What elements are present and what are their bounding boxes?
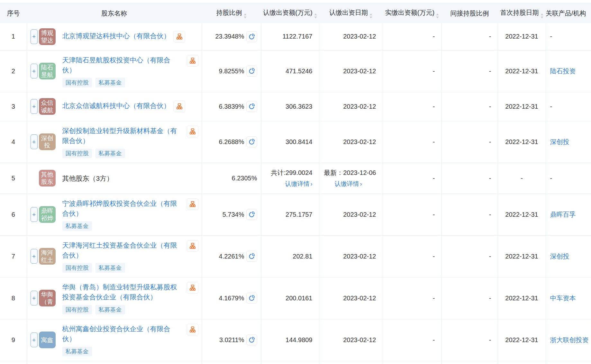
pie-chart-icon[interactable]: [246, 101, 257, 112]
expand-button[interactable]: +: [31, 332, 38, 347]
serial-number: 6: [12, 211, 15, 218]
expand-button[interactable]: +: [31, 207, 38, 222]
table-body: 1+博观望达北京博观望达科技中心（有限合伙）23.3948%1122.71672…: [0, 23, 591, 364]
related-product-link[interactable]: 中车资本: [550, 294, 576, 303]
expand-button[interactable]: +: [31, 291, 38, 305]
related-product-link[interactable]: 陆石投资: [550, 67, 576, 76]
shareholder-name-link[interactable]: 天津海河红土投资基金合伙企业（有限合伙）: [62, 240, 184, 260]
table-row: 6+鼎晖祁烨宁波鼎晖祁烨股权投资合伙企业（有限合伙）私募基金5.734%275.…: [0, 194, 591, 235]
subscribed-date-value: 2023-02-12: [319, 210, 376, 219]
chevron-right-icon: ›: [360, 181, 362, 187]
subscribed-date-cell: 2023-02-12: [319, 23, 383, 50]
col-header-subscribed-date[interactable]: 认缴出资日期: [319, 3, 383, 23]
org-chart-icon[interactable]: [187, 55, 198, 67]
col-header-first-date[interactable]: 首次持股日期: [498, 3, 546, 23]
subscription-detail-link[interactable]: 认缴详情›: [285, 180, 313, 187]
ratio-value: 6.3839%: [219, 103, 244, 110]
paid-amount-cell: -: [383, 361, 441, 364]
subscribed-date-cell: 2023-02-12: [319, 235, 383, 277]
shareholder-name-link[interactable]: 天津陆石昱航股权投资中心（有限合伙）: [62, 55, 184, 75]
ratio-cell: 2.867%: [202, 361, 261, 364]
pie-chart-icon[interactable]: [246, 209, 257, 220]
avatar-text-line: 陆石: [41, 64, 53, 71]
col-header-ratio[interactable]: 持股比例: [202, 3, 261, 23]
first-date-cell: 2022-12-31: [498, 23, 546, 50]
related-product-link[interactable]: 鼎晖百孚: [550, 210, 576, 219]
expand-button[interactable]: +: [31, 249, 38, 264]
ratio-value: 4.2261%: [219, 253, 244, 260]
shareholder-name-link[interactable]: 华舆（青岛）制造业转型升级私募股权投资基金合伙企业（有限合伙）: [62, 282, 184, 302]
avatar: 其他股东: [39, 170, 56, 187]
ratio-cell: 4.1679%: [202, 277, 261, 319]
serial-cell: 9: [0, 319, 27, 361]
subscribed-amount-cell: 137.5879: [261, 361, 319, 364]
col-header-paid-amount[interactable]: 实缴出资额(万元): [383, 3, 441, 23]
related-product-link[interactable]: 浙大联创投资: [550, 335, 589, 345]
expand-button[interactable]: +: [31, 99, 38, 114]
subscribed-amount-value: 144.9809: [261, 335, 313, 345]
col-header-subscribed-amount[interactable]: 认缴出资额(万元): [261, 3, 319, 23]
pie-chart-icon[interactable]: [246, 334, 257, 345]
org-chart-icon[interactable]: [187, 240, 198, 252]
shareholder-name-link[interactable]: 深创投制造业转型升级新材料基金（有限合伙）: [62, 126, 184, 146]
pie-chart-icon[interactable]: [246, 66, 257, 77]
avatar: 鼎晖祁烨: [39, 206, 56, 223]
pie-chart-icon[interactable]: [246, 31, 257, 42]
subscribed-date-value: 2023-02-12: [319, 102, 376, 111]
shareholder-name-link[interactable]: 宁波鼎晖祁烨股权投资合伙企业（有限合伙）: [62, 198, 184, 218]
org-chart-icon[interactable]: [174, 31, 185, 42]
org-chart-icon[interactable]: [187, 126, 198, 137]
sort-icon[interactable]: [541, 14, 543, 18]
col-label: 实缴出资额(万元): [385, 9, 434, 16]
indirect-ratio-cell: -: [441, 194, 498, 235]
paid-amount-value: -: [433, 336, 435, 343]
pie-chart-icon[interactable]: [246, 293, 257, 304]
org-chart-icon[interactable]: [187, 324, 198, 335]
subscribed-amount-cell: 1122.7167: [261, 23, 319, 50]
sort-icon[interactable]: [314, 14, 317, 18]
related-cell: 浙大联创投资: [546, 319, 591, 361]
shareholder-tags: 国有控股私募基金: [62, 149, 198, 158]
expand-button[interactable]: +: [31, 134, 38, 149]
pie-chart-icon[interactable]: [246, 136, 257, 147]
shareholders-table: 序号 股东名称 持股比例 认缴出资额(万元) 认缴出资日期 实缴出资额(万元) …: [0, 3, 591, 364]
serial-cell: 10: [0, 361, 27, 364]
indirect-ratio-cell: -: [441, 235, 498, 277]
paid-amount-cell: -: [383, 319, 441, 361]
shareholder-name-link[interactable]: 杭州寓鑫创业投资合伙企业（有限合伙）: [62, 324, 184, 344]
sort-icon[interactable]: [244, 14, 247, 18]
org-chart-icon[interactable]: [187, 282, 198, 294]
shareholder-tags: 私募基金: [62, 347, 198, 356]
table-row: 8+华舆（青华舆（青岛）制造业转型升级私募股权投资基金合伙企业（有限合伙）国有控…: [0, 277, 591, 319]
shareholder-cell: +华舆（青华舆（青岛）制造业转型升级私募股权投资基金合伙企业（有限合伙）国有控股…: [27, 277, 202, 319]
pie-chart-icon[interactable]: [246, 251, 257, 262]
indirect-ratio-cell: -: [441, 23, 498, 50]
shareholder-cell: 其他股东其他股东（3方）: [27, 163, 202, 194]
subscribed-date-value: 最新：2023-12-06: [319, 168, 376, 177]
indirect-ratio-cell: -: [441, 50, 498, 92]
related-cell: 鼎晖百孚: [546, 194, 591, 235]
avatar: 寓鑫: [39, 332, 56, 348]
org-chart-icon[interactable]: [174, 101, 185, 112]
sort-icon[interactable]: [436, 14, 439, 18]
related-product-link[interactable]: 深创投: [550, 252, 569, 261]
paid-amount-value: -: [433, 211, 435, 218]
related-cell: -: [546, 163, 591, 194]
expand-button[interactable]: +: [31, 64, 38, 78]
sort-icon[interactable]: [369, 14, 372, 18]
expand-button[interactable]: +: [31, 29, 38, 44]
subscribed-date-value: 2023-02-12: [319, 252, 376, 261]
related-product-link[interactable]: 深创投: [550, 137, 569, 147]
paid-amount-cell: -: [383, 277, 441, 319]
subscribed-amount-cell: 202.81: [261, 235, 319, 277]
org-chart-icon[interactable]: [187, 198, 198, 210]
subscription-detail-link[interactable]: 认缴详情›: [335, 180, 362, 187]
shareholder-cell: +浩瀚星空杭州浩瀚星空股权投资合伙企业（有限合伙）私募基金: [27, 361, 202, 364]
subscribed-date-cell: 2023-02-12: [319, 92, 383, 121]
paid-amount-cell: -: [383, 92, 441, 121]
subscribed-date-cell: 2023-02-12: [319, 194, 383, 235]
shareholder-name-link[interactable]: 北京博观望达科技中心（有限合伙）: [62, 31, 170, 41]
shareholder-name-link[interactable]: 北京众信诚航科技中心（有限合伙）: [62, 101, 170, 111]
first-date-cell: 2022-12-31: [498, 361, 546, 364]
paid-amount-value: -: [433, 253, 435, 260]
